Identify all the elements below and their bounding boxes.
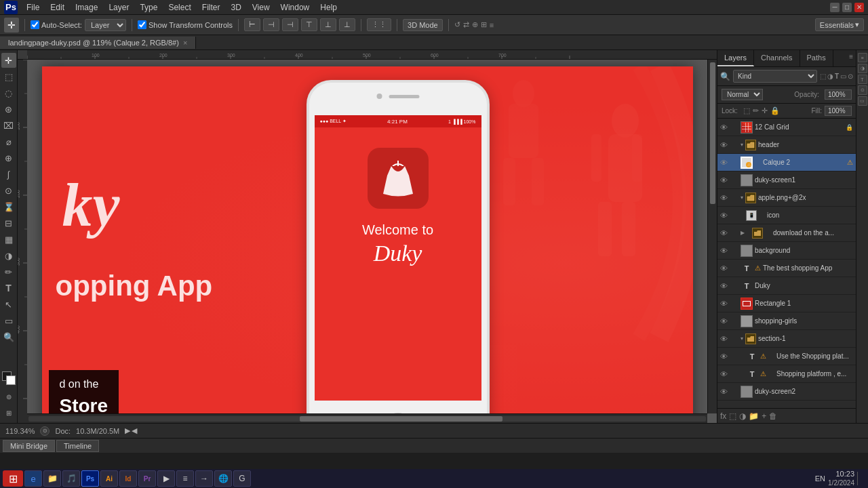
lasso-tool[interactable]: ◌ — [1, 85, 16, 100]
layer-download-group[interactable]: 👁 ▶ download on the a... — [717, 224, 856, 242]
layer-mask-btn[interactable]: ⬚ — [729, 411, 736, 421]
dodge-tool[interactable]: ◑ — [1, 248, 16, 263]
layer-eye-bg[interactable]: 👁 — [720, 247, 730, 255]
timeline-tab[interactable]: Timeline — [56, 440, 99, 452]
filter-smart-icon[interactable]: ⊙ — [848, 73, 853, 80]
close-btn[interactable]: ✕ — [854, 3, 864, 12]
align-center-h-btn[interactable]: ⊣ — [263, 18, 279, 31]
layers-list[interactable]: 👁 12 Cal Grid 🔒 👁 ▾ header 👁 — [717, 119, 856, 408]
quick-mask-btn[interactable]: ⊚ — [1, 389, 16, 404]
3d-mode-btn[interactable]: 3D Mode — [403, 19, 443, 31]
taskbar-premiere[interactable]: Pr — [138, 470, 156, 487]
layer-expand-apple[interactable]: ▾ — [741, 195, 743, 201]
quick-select-tool[interactable]: ⊛ — [1, 102, 16, 117]
layer-eye-download[interactable]: 👁 — [720, 229, 730, 237]
menu-edit[interactable]: Edit — [45, 1, 69, 14]
align-top-btn[interactable]: ⊤ — [301, 18, 317, 31]
path-select-tool[interactable]: ↖ — [1, 297, 16, 312]
distribute-btn[interactable]: ⋮⋮ — [367, 18, 391, 31]
zoom-indicator[interactable]: ⊙ — [40, 426, 50, 436]
menu-3d[interactable]: 3D — [226, 1, 245, 14]
layer-background[interactable]: 👁 background — [717, 242, 856, 260]
filter-adj-icon[interactable]: ◑ — [827, 73, 833, 80]
layer-eye-s1g[interactable]: 👁 — [720, 335, 730, 343]
taskbar-explorer[interactable]: 📁 — [43, 470, 61, 487]
brush-tool[interactable]: ∫ — [1, 167, 16, 182]
layer-best-shopping[interactable]: 👁 T ⚠ The best shopping App — [717, 260, 856, 277]
taskbar-photoshop[interactable]: Ps — [81, 470, 99, 487]
filter-shape-icon[interactable]: ▭ — [840, 73, 846, 80]
menu-filter[interactable]: Filter — [197, 1, 225, 14]
show-transform-checkbox[interactable] — [138, 20, 146, 29]
filter-type-icon[interactable]: T — [835, 73, 839, 80]
menu-image[interactable]: Image — [71, 1, 102, 14]
fill-input[interactable] — [825, 106, 852, 116]
start-button[interactable]: ⊞ — [3, 470, 23, 487]
rstrip-btn2[interactable]: ◑ — [858, 64, 867, 73]
align-middle-btn[interactable]: ⊥ — [320, 18, 336, 31]
taskbar-app11[interactable]: 🌐 — [214, 470, 232, 487]
document-tab[interactable]: landingpage-duky.psd @ 119% (Calque 2, R… — [0, 37, 196, 49]
selection-tool[interactable]: ⬚ — [1, 69, 16, 84]
menu-window[interactable]: Window — [276, 1, 315, 14]
layer-select-dropdown[interactable]: Layer Group — [85, 19, 126, 31]
rstrip-btn1[interactable]: ≡ — [858, 53, 867, 62]
maximize-btn[interactable]: □ — [842, 3, 852, 12]
menu-file[interactable]: File — [22, 1, 44, 14]
crop-tool[interactable]: ⌧ — [1, 118, 16, 133]
align-right-btn[interactable]: ⊣ — [282, 18, 298, 31]
layer-section1-group[interactable]: 👁 ▾ section-1 — [717, 330, 856, 348]
layer-eye-sg[interactable]: 👁 — [720, 317, 730, 325]
timeline-controls[interactable]: ▶ ◀ — [125, 426, 137, 435]
layer-eye-ds2[interactable]: 👁 — [720, 388, 730, 396]
taskbar-media[interactable]: 🎵 — [62, 470, 80, 487]
layer-fx-btn[interactable]: fx — [720, 411, 726, 421]
minimize-btn[interactable]: ─ — [830, 3, 840, 12]
color-picker[interactable] — [2, 371, 16, 385]
zoom-tool[interactable]: 🔍 — [1, 329, 16, 344]
layer-shopping-girls[interactable]: 👁 shopping-girls — [717, 312, 856, 330]
taskbar-app8[interactable]: ▶ — [157, 470, 175, 487]
doc-tab-close-btn[interactable]: × — [183, 39, 187, 47]
tab-channels[interactable]: Channels — [754, 50, 800, 66]
v-scrollbar-thumb[interactable] — [710, 62, 715, 204]
taskbar-app10[interactable]: → — [195, 470, 213, 487]
show-transform-check[interactable]: Show Transform Controls — [138, 20, 233, 29]
h-scrollbar-thumb[interactable] — [300, 416, 503, 422]
layer-header-group[interactable]: 👁 ▾ header — [717, 136, 856, 154]
align-left-btn[interactable]: ⊢ — [244, 18, 260, 31]
canvas-viewport[interactable]: ky opping App d on the Store — [27, 60, 707, 413]
lock-draw-icon[interactable]: ✏ — [753, 106, 759, 115]
show-desktop-btn[interactable] — [857, 472, 861, 485]
menu-select[interactable]: Select — [163, 1, 195, 14]
layer-adj-btn[interactable]: ◑ — [739, 411, 746, 421]
screen-mode-btn[interactable]: ⊞ — [1, 405, 16, 420]
clone-tool[interactable]: ⊙ — [1, 183, 16, 198]
layer-duky[interactable]: 👁 T Duky — [717, 277, 856, 295]
layer-eye-bsa[interactable]: 👁 — [720, 264, 730, 272]
eyedropper-tool[interactable]: ⌀ — [1, 134, 16, 149]
filter-pixel-icon[interactable]: ⬚ — [820, 73, 826, 80]
type-tool[interactable]: T — [1, 281, 16, 296]
layer-eye-rect1[interactable]: 👁 — [720, 300, 730, 308]
layer-eye-us[interactable]: 👁 — [720, 352, 730, 361]
layer-new-btn[interactable]: + — [762, 411, 766, 421]
pen-tool[interactable]: ✏ — [1, 264, 16, 279]
vertical-scrollbar[interactable] — [707, 60, 717, 413]
layer-icon[interactable]: 👁 📱 icon — [717, 207, 856, 224]
lock-move-icon[interactable]: ✛ — [762, 106, 768, 115]
gradient-tool[interactable]: ▦ — [1, 232, 16, 247]
history-tool[interactable]: ⌛ — [1, 199, 16, 214]
layer-group-btn[interactable]: 📁 — [749, 411, 759, 421]
move-tool[interactable]: ✛ — [1, 53, 16, 68]
layer-calque2[interactable]: 👁 ⚠ Calque 2 ⚠ — [717, 154, 856, 171]
layer-expand-s1g[interactable]: ▾ — [741, 336, 743, 342]
taskbar-chrome[interactable]: G — [233, 470, 251, 487]
rstrip-btn3[interactable]: T — [858, 75, 867, 84]
horizontal-scrollbar[interactable] — [27, 413, 707, 423]
layer-eye-sp[interactable]: 👁 — [720, 370, 730, 378]
layer-delete-btn[interactable]: 🗑 — [769, 411, 777, 421]
blend-mode-select[interactable]: Normal — [722, 89, 763, 100]
menu-help[interactable]: Help — [315, 1, 342, 14]
opacity-input[interactable] — [825, 89, 852, 100]
